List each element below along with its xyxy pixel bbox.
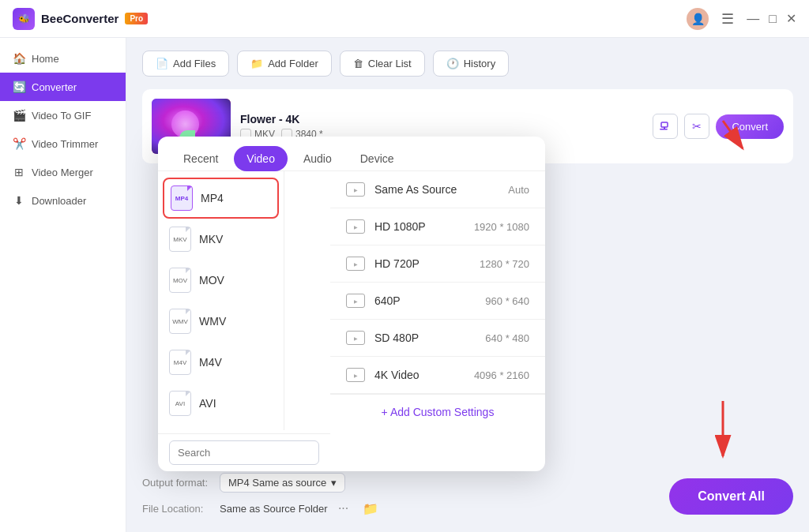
resolution-icon-480p <box>346 331 365 345</box>
mov-format-icon: MOV <box>169 268 191 293</box>
sidebar-item-video-merger[interactable]: ⊞ Video Merger <box>0 158 126 186</box>
open-folder-button[interactable]: 📁 <box>359 497 382 519</box>
mp4-label: MP4 <box>201 192 224 204</box>
res-size-480p: 640 * 480 <box>485 332 529 344</box>
sidebar-item-home[interactable]: 🏠 Home <box>0 44 126 73</box>
edit-icon-button[interactable] <box>653 114 678 139</box>
sidebar-item-merger-label: Video Merger <box>32 167 93 178</box>
menu-icon[interactable]: ☰ <box>721 10 734 28</box>
bottom-bar: Output format: MP4 Same as source ▾ File… <box>142 465 793 519</box>
resolution-item-720p[interactable]: HD 720P 1280 * 720 <box>330 245 545 283</box>
convert-all-button[interactable]: Convert All <box>669 478 793 515</box>
trimmer-icon: ✂️ <box>13 137 25 150</box>
file-actions: ✂ Convert <box>653 114 784 139</box>
toolbar: 📄 Add Files 📁 Add Folder 🗑 Clear List 🕐 … <box>142 51 793 77</box>
format-dropdown: Recent Video Audio Device MP4 MP4 <box>158 137 545 471</box>
add-custom-settings-button[interactable]: + Add Custom Settings <box>330 394 545 429</box>
app-logo: 🐝 <box>13 8 35 30</box>
sidebar-item-downloader[interactable]: ⬇ Downloader <box>0 186 126 215</box>
format-item-mov[interactable]: MOV MOV <box>158 260 284 301</box>
format-list: MP4 MP4 MKV MKV <box>158 171 284 430</box>
resolution-item-1080p[interactable]: HD 1080P 1920 * 1080 <box>330 208 545 245</box>
res-name-480p: SD 480P <box>374 332 476 344</box>
scissors-icon-button[interactable]: ✂ <box>684 114 709 139</box>
svg-rect-2 <box>664 127 665 129</box>
history-button[interactable]: 🕐 History <box>433 51 509 77</box>
output-format-label: Output format: <box>142 477 213 489</box>
clear-list-icon: 🗑 <box>353 58 363 69</box>
tab-video[interactable]: Video <box>234 146 288 171</box>
sidebar-item-video-trimmer[interactable]: ✂️ Video Trimmer <box>0 129 126 158</box>
search-box <box>158 433 330 471</box>
resolution-list: Same As Source Auto HD 1080P 1920 * 1080… <box>330 171 545 471</box>
add-files-button[interactable]: 📄 Add Files <box>142 51 229 77</box>
output-format-select[interactable]: MP4 Same as source ▾ <box>220 473 345 493</box>
res-name-4k: 4K Video <box>374 369 465 381</box>
bottom-settings: Output format: MP4 Same as source ▾ File… <box>142 473 382 519</box>
resolution-item-480p[interactable]: SD 480P 640 * 480 <box>330 320 545 357</box>
resolution-icon-720p <box>346 257 365 271</box>
m4v-format-label: M4V <box>199 356 222 369</box>
svg-rect-1 <box>661 122 668 127</box>
res-name-same: Same As Source <box>374 183 499 196</box>
tab-recent[interactable]: Recent <box>171 146 231 171</box>
mp4-icon-label: MP4 <box>175 195 188 202</box>
sidebar-item-video-to-gif[interactable]: 🎬 Video To GIF <box>0 101 126 129</box>
res-size-720p: 1280 * 720 <box>480 258 529 270</box>
output-format-value: MP4 Same as source <box>228 477 326 489</box>
clear-list-button[interactable]: 🗑 Clear List <box>340 51 425 77</box>
file-name: Flower - 4K <box>240 113 643 126</box>
maximize-button[interactable]: □ <box>769 13 777 25</box>
history-label: History <box>464 58 495 69</box>
format-item-m4v[interactable]: M4V M4V <box>158 342 284 383</box>
file-list: Flower - 4K MKV 3840 * <box>142 89 793 465</box>
avi-format-label: AVI <box>199 397 216 410</box>
content-area: 📄 Add Files 📁 Add Folder 🗑 Clear List 🕐 … <box>126 38 809 532</box>
window-controls: — □ ✕ <box>747 13 796 25</box>
close-button[interactable]: ✕ <box>786 13 796 25</box>
tab-audio[interactable]: Audio <box>291 146 344 171</box>
add-folder-button[interactable]: 📁 Add Folder <box>237 51 332 77</box>
res-size-1080p: 1920 * 1080 <box>474 221 529 233</box>
resolution-item-640p[interactable]: 640P 960 * 640 <box>330 283 545 320</box>
avi-format-icon: AVI <box>169 391 191 416</box>
m4v-format-icon: M4V <box>169 350 191 375</box>
mp4-format-icon: MP4 <box>171 185 193 211</box>
dropdown-tabs: Recent Video Audio Device <box>158 137 545 171</box>
convert-button[interactable]: Convert <box>716 114 784 139</box>
sidebar-item-converter-label: Converter <box>32 81 77 93</box>
resolution-icon-4k <box>346 368 365 382</box>
resolution-item-4k[interactable]: 4K Video 4096 * 2160 <box>330 357 545 394</box>
clear-list-label: Clear List <box>368 58 412 69</box>
titlebar-left: 🐝 BeeConverter Pro <box>13 8 148 30</box>
format-item-wmv[interactable]: WMV WMV <box>158 301 284 342</box>
format-item-avi[interactable]: AVI AVI <box>158 383 284 424</box>
downloader-icon: ⬇ <box>13 194 25 207</box>
mkv-format-icon: MKV <box>169 227 191 252</box>
more-options-button[interactable]: ··· <box>333 497 355 519</box>
res-name-720p: HD 720P <box>374 257 470 270</box>
sidebar-item-trimmer-label: Video Trimmer <box>32 138 98 150</box>
sidebar-item-downloader-label: Downloader <box>32 195 86 207</box>
minimize-button[interactable]: — <box>747 13 759 25</box>
video-gif-icon: 🎬 <box>13 109 25 122</box>
resolution-icon-1080p <box>346 219 365 234</box>
format-column: MP4 MP4 MKV MKV <box>158 171 330 471</box>
search-input[interactable] <box>169 440 319 465</box>
file-location-value: Same as Source Folder <box>220 503 328 515</box>
wmv-format-label: WMV <box>199 315 226 328</box>
user-avatar-icon[interactable]: 👤 <box>687 8 709 30</box>
resolution-icon-same <box>346 182 365 197</box>
file-location-row: File Location: Same as Source Folder ···… <box>142 497 382 519</box>
format-item-mkv[interactable]: MKV MKV <box>158 219 284 260</box>
tab-device[interactable]: Device <box>348 146 407 171</box>
format-item-mp4[interactable]: MP4 MP4 <box>163 178 279 219</box>
file-info: Flower - 4K MKV 3840 * <box>240 113 643 140</box>
pro-badge: Pro <box>125 13 148 24</box>
mov-format-label: MOV <box>199 274 224 287</box>
add-folder-icon: 📁 <box>250 58 263 69</box>
sidebar-item-converter[interactable]: 🔄 Converter <box>0 73 126 101</box>
res-name-640p: 640P <box>374 294 476 307</box>
resolution-item-same-as-source[interactable]: Same As Source Auto <box>330 171 545 208</box>
resolution-icon-640p <box>346 294 365 308</box>
